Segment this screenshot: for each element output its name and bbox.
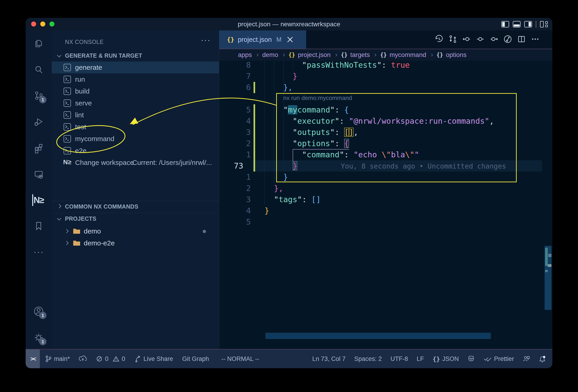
target-item-test[interactable]: test xyxy=(52,121,219,133)
section-generate-run-target[interactable]: GENERATE & RUN TARGET xyxy=(52,51,219,61)
feedback-icon[interactable] xyxy=(523,355,530,362)
code-text: }, xyxy=(265,183,283,194)
sync-changes-icon[interactable] xyxy=(79,355,87,362)
vim-mode-indicator: -- NORMAL -- xyxy=(221,355,259,362)
sidebar-more-actions-icon[interactable]: ··· xyxy=(201,36,211,44)
prettier-item[interactable]: Prettier xyxy=(483,355,514,362)
breadcrumb-demo[interactable]: demo xyxy=(262,51,278,59)
target-item-run[interactable]: run xyxy=(52,73,219,85)
git-graph-item[interactable]: Git Graph xyxy=(182,355,209,362)
code-line[interactable]: 73 }You, 8 seconds ago • Uncommitted cha… xyxy=(219,160,552,172)
extensions-icon[interactable] xyxy=(32,142,45,155)
more-actions-icon[interactable] xyxy=(531,35,539,44)
cursor-position-item[interactable]: Ln 73, Col 7 xyxy=(312,355,346,362)
breadcrumb-apps[interactable]: apps xyxy=(238,51,252,59)
overview-ruler-mark xyxy=(548,254,551,257)
live-share-item[interactable]: Live Share xyxy=(134,355,173,362)
previous-change-icon[interactable] xyxy=(462,35,471,44)
codelens-run-command[interactable]: nx run demo:mycommand xyxy=(283,93,352,103)
more-views-icon[interactable]: ··· xyxy=(32,245,45,258)
bookmarks-icon[interactable] xyxy=(32,219,45,232)
target-item-build[interactable]: build xyxy=(52,85,219,97)
remote-indicator[interactable]: >< xyxy=(26,349,40,368)
search-icon[interactable] xyxy=(32,63,45,76)
code-line[interactable]: 1 "command": "echo \"bla\"" xyxy=(219,149,552,160)
vertical-scrollbar[interactable] xyxy=(545,246,551,310)
tab-project-json[interactable]: {} project.json M xyxy=(219,30,306,49)
code-line[interactable]: 3 "tags": [] xyxy=(219,194,552,205)
editor-code-area[interactable]: 8 "passWithNoTests": true7 }6 },nx run d… xyxy=(219,61,552,349)
code-text: "mycommand": { xyxy=(265,104,349,116)
project-item-demo-e2e[interactable]: demo-e2e xyxy=(52,237,219,249)
close-tab-icon[interactable] xyxy=(287,37,293,43)
toggle-panel-icon[interactable] xyxy=(513,21,521,27)
code-line[interactable]: 2 }, xyxy=(219,183,552,194)
breadcrumb-project-json[interactable]: project.json xyxy=(298,51,331,59)
editor-actions xyxy=(435,30,539,49)
code-line[interactable]: 6 }, xyxy=(219,82,552,93)
code-line[interactable]: 7 } xyxy=(219,71,552,82)
target-item-generate[interactable]: generate xyxy=(52,61,219,73)
horizontal-scrollbar[interactable] xyxy=(265,333,491,339)
object-symbol-icon: {} xyxy=(341,52,348,58)
source-control-icon[interactable]: 1 xyxy=(32,89,45,102)
terminal-icon xyxy=(64,147,71,154)
section-common-nx-commands[interactable]: COMMON NX COMMANDS xyxy=(52,202,219,212)
json-file-icon: {} xyxy=(227,36,234,43)
target-item-e2e[interactable]: e2e xyxy=(52,145,219,157)
code-line[interactable]: 5 xyxy=(219,216,552,227)
file-history-icon[interactable] xyxy=(503,35,512,44)
overview-ruler-mark xyxy=(545,270,548,272)
compare-changes-icon[interactable] xyxy=(448,35,457,44)
toggle-right-sidebar-icon[interactable] xyxy=(524,21,532,27)
breadcrumb-options[interactable]: options xyxy=(446,51,466,59)
code-line[interactable]: 3 "outputs": [], xyxy=(219,127,552,138)
code-line[interactable]: 8 "passWithNoTests": true xyxy=(219,61,552,71)
language-mode-item[interactable]: {} JSON xyxy=(433,355,459,362)
nx-console-icon[interactable]: N≥ xyxy=(32,194,45,207)
next-change-icon[interactable] xyxy=(490,35,498,44)
current-change-icon[interactable] xyxy=(476,35,485,44)
line-number: 6 xyxy=(219,82,251,93)
change-workspace-item[interactable]: N≥ Change workspace Current: /Users/juri… xyxy=(52,157,219,169)
split-editor-icon[interactable] xyxy=(517,35,526,44)
explorer-icon[interactable] xyxy=(32,37,45,50)
terminal-icon xyxy=(64,135,71,142)
code-line[interactable]: 4 "executor": "@nrwl/workspace:run-comma… xyxy=(219,116,552,127)
breadcrumb-mycommand[interactable]: mycommand xyxy=(389,51,426,59)
target-item-lint[interactable]: lint xyxy=(52,109,219,121)
project-item-demo[interactable]: demo xyxy=(52,225,219,237)
accounts-icon[interactable]: 1 xyxy=(32,305,45,318)
editor-tab-bar: {} project.json M xyxy=(219,30,552,49)
notifications-bell-icon[interactable] xyxy=(539,355,546,362)
customize-layout-icon[interactable] xyxy=(540,21,548,27)
title-bar: project.json — newnxreactwrkspace xyxy=(26,18,552,30)
remote-explorer-icon[interactable] xyxy=(32,168,45,181)
code-line[interactable]: 5 "mycommand": { xyxy=(219,104,552,116)
problems-item[interactable]: 0 0 xyxy=(96,355,125,362)
encoding-item[interactable]: UTF-8 xyxy=(390,355,408,362)
code-text: "options": { xyxy=(265,138,349,149)
git-branch-item[interactable]: main* xyxy=(45,355,70,362)
code-line[interactable]: 1 } xyxy=(219,172,552,183)
code-line[interactable]: 2 "options": { xyxy=(219,138,552,149)
code-line[interactable]: 4} xyxy=(219,205,552,216)
tab-filename: project.json xyxy=(238,36,272,44)
indentation-item[interactable]: Spaces: 2 xyxy=(354,355,382,362)
modified-line-indicator xyxy=(253,82,255,93)
section-projects[interactable]: PROJECTS xyxy=(52,215,219,224)
sidebar-title: NX CONSOLE xyxy=(65,39,104,45)
eol-item[interactable]: LF xyxy=(417,355,424,362)
target-item-serve[interactable]: serve xyxy=(52,97,219,109)
chevron-right-icon xyxy=(430,53,433,56)
run-and-debug-icon[interactable] xyxy=(32,116,45,128)
line-number: 4 xyxy=(219,116,251,127)
codelens-row[interactable]: nx run demo:mycommand xyxy=(219,93,552,104)
settings-gear-icon[interactable]: 1 xyxy=(32,331,45,344)
timeline-history-icon[interactable] xyxy=(435,35,443,44)
breadcrumb-targets[interactable]: targets xyxy=(350,51,370,59)
prettier-label: Prettier xyxy=(494,355,514,362)
octoface-icon[interactable] xyxy=(468,355,475,362)
target-item-mycommand[interactable]: mycommand xyxy=(52,133,219,145)
toggle-left-sidebar-icon[interactable] xyxy=(501,21,509,27)
